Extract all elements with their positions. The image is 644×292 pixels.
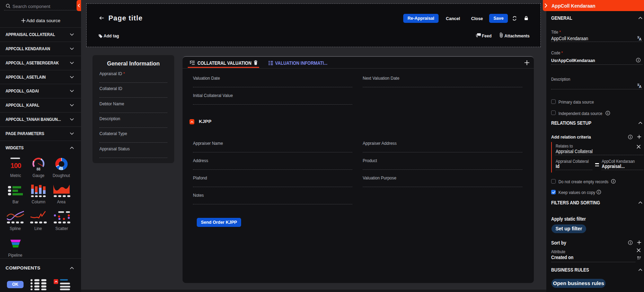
svg-text:88: 88 [36, 167, 41, 171]
